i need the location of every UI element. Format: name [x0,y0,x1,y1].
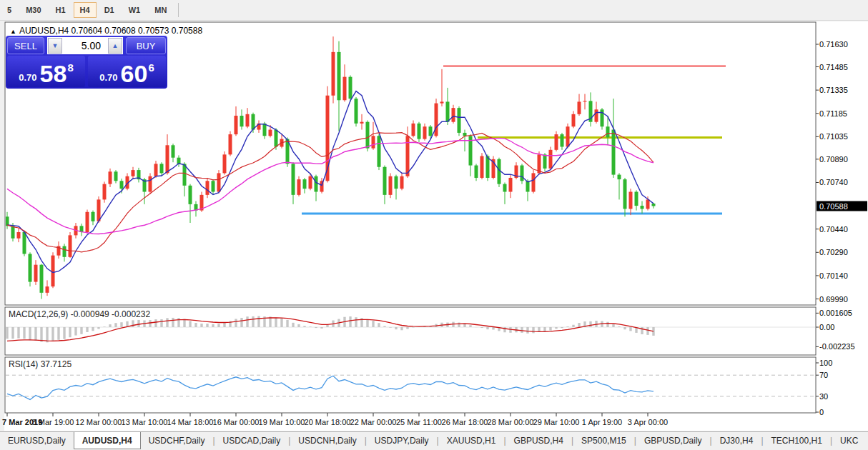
sell-price-display[interactable]: 0.70 58 8 [7,56,85,87]
buy-price-point: 6 [148,61,154,74]
tabs-holder: EURUSD,DailyAUDUSD,H4USDCHF,Daily|USDCAD… [0,432,866,449]
sell-price-point: 8 [67,61,73,74]
tab-ukc[interactable]: UKC [832,432,866,449]
sell-price-prefix: 0.70 [19,72,36,83]
tab-usdcnh-daily[interactable]: USDCNH,Daily [290,432,364,449]
volume-stepper: ▼ 5.00 ▲ [47,37,123,54]
buy-price-display[interactable]: 0.70 60 6 [88,56,166,87]
tab-audusd-h4[interactable]: AUDUSD,H4 [74,432,141,449]
timeframe-button-h4[interactable]: H4 [74,2,97,18]
sell-price-pips: 58 [40,63,67,85]
tab-xauusd-h1[interactable]: XAUUSD,H1 [439,432,504,449]
expand-triangle-icon: ▲ [10,28,16,35]
tab-sp500-m15[interactable]: SP500,M15 [573,432,634,449]
tab-tech100-h1[interactable]: TECH100,H1 [764,432,830,449]
tab-usdcad-daily[interactable]: USDCAD,Daily [215,432,289,449]
buy-price-prefix: 0.70 [99,72,117,83]
buy-price-pips: 60 [121,63,148,85]
timeframe-button-h1[interactable]: H1 [49,2,72,18]
rsi-label: RSI(14) 37.7125 [9,359,71,369]
toolbar-separator [178,3,179,17]
tab-eurusd-daily[interactable]: EURUSD,Daily [0,432,74,449]
one-click-trading-panel: SELL ▼ 5.00 ▲ BUY 0.70 58 8 0.70 60 6 [6,36,167,89]
chart-title-text: AUDUSD,H4 0.70604 0.70608 0.70573 0.7058… [19,26,202,36]
volume-increase-button[interactable]: ▲ [108,38,122,54]
timeframe-button-mn[interactable]: MN [148,2,173,18]
tab-gbpusd-daily[interactable]: GBPUSD,Daily [636,432,710,449]
timeframe-button-m30[interactable]: M30 [19,2,47,18]
volume-field[interactable]: 5.00 [62,38,108,54]
chart-tab-bar: EURUSD,DailyAUDUSD,H4USDCHF,Daily|USDCAD… [0,431,868,449]
tab-usdchf-daily[interactable]: USDCHF,Daily [141,432,213,449]
timeframe-button-w1[interactable]: W1 [122,2,147,18]
volume-decrease-button[interactable]: ▼ [48,38,62,54]
timeframe-toolbar: 5M30H1H4D1W1MN [0,0,868,21]
timeframe-button-5[interactable]: 5 [1,2,18,18]
timeframe-button-d1[interactable]: D1 [98,2,121,18]
sell-button[interactable]: SELL [7,37,44,54]
buy-button[interactable]: BUY [126,37,166,54]
tab-dj30-h4[interactable]: DJ30,H4 [712,432,761,449]
tab-gbpusd-h4[interactable]: GBPUSD,H4 [506,432,571,449]
chart-title: ▲AUDUSD,H4 0.70604 0.70608 0.70573 0.705… [10,26,202,36]
trading-app: 5M30H1H4D1W1MN ▲AUDUSD,H4 0.70604 0.7060… [0,0,868,450]
tab-usdjpy-daily[interactable]: USDJPY,Daily [367,432,437,449]
macd-label: MACD(12,26,9) -0.000949 -0.000232 [9,309,150,319]
